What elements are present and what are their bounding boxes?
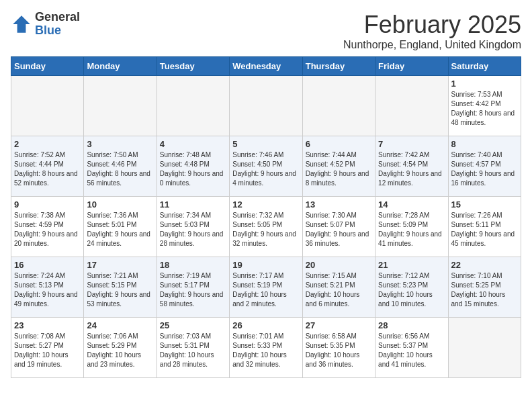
day-info: Sunrise: 7:06 AMSunset: 5:29 PMDaylight:… [87,332,153,369]
day-info: Sunrise: 6:56 AMSunset: 5:37 PMDaylight:… [378,332,445,369]
calendar-day-cell: 19Sunrise: 7:17 AMSunset: 5:19 PMDayligh… [230,257,302,318]
day-info: Sunrise: 7:36 AMSunset: 5:01 PMDaylight:… [87,211,153,248]
day-number: 1 [451,79,518,89]
weekday-header: Thursday [302,57,375,76]
calendar-week-row: 16Sunrise: 7:24 AMSunset: 5:13 PMDayligh… [11,257,521,318]
calendar-table: SundayMondayTuesdayWednesdayThursdayFrid… [11,56,521,378]
calendar-day-cell: 5Sunrise: 7:46 AMSunset: 4:50 PMDaylight… [230,136,302,197]
day-info: Sunrise: 7:44 AMSunset: 4:52 PMDaylight:… [306,150,372,188]
calendar-day-cell [157,76,229,136]
calendar-day-cell [230,76,302,136]
calendar-day-cell: 28Sunrise: 6:56 AMSunset: 5:37 PMDayligh… [375,318,448,378]
day-number: 14 [378,199,445,210]
day-info: Sunrise: 7:28 AMSunset: 5:09 PMDaylight:… [378,211,445,248]
day-info: Sunrise: 6:58 AMSunset: 5:35 PMDaylight:… [306,332,372,369]
day-number: 7 [378,139,445,149]
day-number: 26 [232,320,299,330]
calendar-day-cell: 13Sunrise: 7:30 AMSunset: 5:07 PMDayligh… [302,197,375,257]
svg-marker-0 [13,15,30,33]
weekday-header: Sunday [11,57,84,76]
calendar-week-row: 2Sunrise: 7:52 AMSunset: 4:44 PMDaylight… [11,136,521,197]
day-number: 12 [232,199,299,210]
day-number: 21 [378,260,445,270]
day-info: Sunrise: 7:19 AMSunset: 5:17 PMDaylight:… [160,271,226,309]
day-number: 20 [306,260,372,270]
calendar-day-cell: 12Sunrise: 7:32 AMSunset: 5:05 PMDayligh… [230,197,302,257]
day-number: 11 [160,199,226,210]
calendar-week-row: 1Sunrise: 7:53 AMSunset: 4:42 PMDaylight… [11,76,521,136]
calendar-day-cell: 2Sunrise: 7:52 AMSunset: 4:44 PMDaylight… [11,136,84,197]
weekday-header: Saturday [448,57,521,76]
calendar-day-cell: 8Sunrise: 7:40 AMSunset: 4:57 PMDaylight… [448,136,521,197]
calendar-week-row: 23Sunrise: 7:08 AMSunset: 5:27 PMDayligh… [11,318,521,378]
calendar-day-cell: 9Sunrise: 7:38 AMSunset: 4:59 PMDaylight… [11,197,84,257]
calendar-day-cell: 26Sunrise: 7:01 AMSunset: 5:33 PMDayligh… [230,318,302,378]
logo-text: General Blue [35,11,80,38]
day-number: 16 [14,260,81,270]
day-number: 9 [14,199,81,210]
logo-general-label: General [35,11,80,24]
day-info: Sunrise: 7:21 AMSunset: 5:15 PMDaylight:… [87,271,153,309]
day-info: Sunrise: 7:50 AMSunset: 4:46 PMDaylight:… [87,150,153,188]
calendar-day-cell [84,76,157,136]
day-number: 15 [451,199,518,210]
day-number: 13 [306,199,372,210]
day-number: 8 [451,139,518,149]
day-number: 28 [378,320,445,330]
month-title: February 2025 [343,11,521,39]
day-info: Sunrise: 7:15 AMSunset: 5:21 PMDaylight:… [306,271,372,309]
day-number: 17 [87,260,153,270]
calendar-day-cell: 4Sunrise: 7:48 AMSunset: 4:48 PMDaylight… [157,136,229,197]
day-number: 19 [232,260,299,270]
logo-icon [11,13,32,35]
calendar-day-cell: 10Sunrise: 7:36 AMSunset: 5:01 PMDayligh… [84,197,157,257]
day-info: Sunrise: 7:40 AMSunset: 4:57 PMDaylight:… [451,150,518,188]
calendar-day-cell: 7Sunrise: 7:42 AMSunset: 4:54 PMDaylight… [375,136,448,197]
day-info: Sunrise: 7:17 AMSunset: 5:19 PMDaylight:… [232,271,299,309]
day-number: 4 [160,139,226,149]
calendar-day-cell: 27Sunrise: 6:58 AMSunset: 5:35 PMDayligh… [302,318,375,378]
day-info: Sunrise: 7:34 AMSunset: 5:03 PMDaylight:… [160,211,226,248]
calendar-day-cell: 14Sunrise: 7:28 AMSunset: 5:09 PMDayligh… [375,197,448,257]
calendar-day-cell: 18Sunrise: 7:19 AMSunset: 5:17 PMDayligh… [157,257,229,318]
weekday-header: Friday [375,57,448,76]
calendar-day-cell: 6Sunrise: 7:44 AMSunset: 4:52 PMDaylight… [302,136,375,197]
day-number: 22 [451,260,518,270]
calendar-day-cell: 17Sunrise: 7:21 AMSunset: 5:15 PMDayligh… [84,257,157,318]
day-number: 3 [87,139,153,149]
day-info: Sunrise: 7:24 AMSunset: 5:13 PMDaylight:… [14,271,81,309]
calendar-day-cell: 20Sunrise: 7:15 AMSunset: 5:21 PMDayligh… [302,257,375,318]
day-number: 10 [87,199,153,210]
page-header: General Blue February 2025 Nunthorpe, En… [11,11,521,51]
day-number: 27 [306,320,372,330]
day-info: Sunrise: 7:53 AMSunset: 4:42 PMDaylight:… [451,90,518,128]
day-info: Sunrise: 7:38 AMSunset: 4:59 PMDaylight:… [14,211,81,248]
day-info: Sunrise: 7:01 AMSunset: 5:33 PMDaylight:… [232,332,299,369]
day-info: Sunrise: 7:26 AMSunset: 5:11 PMDaylight:… [451,211,518,248]
location: Nunthorpe, England, United Kingdom [343,39,521,51]
weekday-header: Monday [84,57,157,76]
calendar-day-cell: 23Sunrise: 7:08 AMSunset: 5:27 PMDayligh… [11,318,84,378]
day-info: Sunrise: 7:12 AMSunset: 5:23 PMDaylight:… [378,271,445,309]
calendar-day-cell: 24Sunrise: 7:06 AMSunset: 5:29 PMDayligh… [84,318,157,378]
day-info: Sunrise: 7:42 AMSunset: 4:54 PMDaylight:… [378,150,445,188]
day-number: 24 [87,320,153,330]
calendar-day-cell: 1Sunrise: 7:53 AMSunset: 4:42 PMDaylight… [448,76,521,136]
calendar-day-cell [302,76,375,136]
day-info: Sunrise: 7:46 AMSunset: 4:50 PMDaylight:… [232,150,299,188]
weekday-header: Tuesday [157,57,229,76]
day-info: Sunrise: 7:52 AMSunset: 4:44 PMDaylight:… [14,150,81,188]
weekday-header: Wednesday [230,57,302,76]
calendar-day-cell: 3Sunrise: 7:50 AMSunset: 4:46 PMDaylight… [84,136,157,197]
calendar-day-cell: 22Sunrise: 7:10 AMSunset: 5:25 PMDayligh… [448,257,521,318]
day-number: 2 [14,139,81,149]
day-number: 23 [14,320,81,330]
calendar-day-cell: 15Sunrise: 7:26 AMSunset: 5:11 PMDayligh… [448,197,521,257]
logo-blue-label: Blue [35,24,80,38]
calendar-day-cell: 25Sunrise: 7:03 AMSunset: 5:31 PMDayligh… [157,318,229,378]
calendar-day-cell [448,318,521,378]
calendar-week-row: 9Sunrise: 7:38 AMSunset: 4:59 PMDaylight… [11,197,521,257]
calendar-day-cell: 16Sunrise: 7:24 AMSunset: 5:13 PMDayligh… [11,257,84,318]
calendar-day-cell [11,76,84,136]
day-info: Sunrise: 7:30 AMSunset: 5:07 PMDaylight:… [306,211,372,248]
